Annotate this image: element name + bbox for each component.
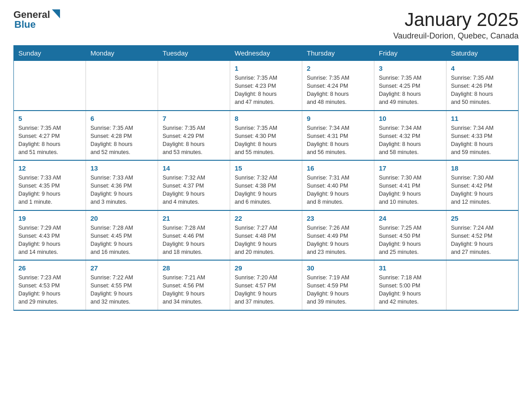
day-number: 19 — [18, 214, 81, 222]
calendar-cell: 22Sunrise: 7:27 AM Sunset: 4:48 PM Dayli… — [230, 210, 302, 261]
day-number: 7 — [163, 115, 225, 122]
day-info: Sunrise: 7:19 AM Sunset: 4:59 PM Dayligh… — [307, 274, 369, 306]
weekday-header: Sunday — [14, 46, 86, 61]
month-title: January 2025 — [393, 9, 519, 30]
day-number: 15 — [235, 164, 297, 172]
day-info: Sunrise: 7:34 AM Sunset: 4:33 PM Dayligh… — [451, 124, 514, 157]
calendar-cell: 7Sunrise: 7:35 AM Sunset: 4:29 PM Daylig… — [158, 111, 230, 161]
day-number: 28 — [163, 264, 225, 272]
day-info: Sunrise: 7:31 AM Sunset: 4:40 PM Dayligh… — [307, 174, 369, 206]
day-number: 20 — [90, 214, 153, 222]
calendar-cell: 13Sunrise: 7:33 AM Sunset: 4:36 PM Dayli… — [86, 160, 158, 210]
day-number: 31 — [379, 264, 442, 272]
day-number: 3 — [379, 64, 442, 72]
calendar-cell: 18Sunrise: 7:30 AM Sunset: 4:42 PM Dayli… — [446, 160, 519, 210]
day-info: Sunrise: 7:26 AM Sunset: 4:49 PM Dayligh… — [307, 224, 369, 257]
day-number: 29 — [235, 264, 297, 272]
title-block: January 2025 Vaudreuil-Dorion, Quebec, C… — [393, 9, 519, 41]
day-info: Sunrise: 7:28 AM Sunset: 4:45 PM Dayligh… — [90, 224, 153, 257]
day-info: Sunrise: 7:33 AM Sunset: 4:35 PM Dayligh… — [18, 174, 81, 206]
calendar-week-row: 5Sunrise: 7:35 AM Sunset: 4:27 PM Daylig… — [14, 111, 519, 161]
logo: General Blue — [13, 9, 60, 30]
day-info: Sunrise: 7:35 AM Sunset: 4:29 PM Dayligh… — [163, 124, 225, 157]
day-number: 8 — [235, 115, 297, 122]
calendar-cell: 11Sunrise: 7:34 AM Sunset: 4:33 PM Dayli… — [446, 111, 519, 161]
day-number: 2 — [307, 64, 369, 72]
calendar-cell — [158, 61, 230, 111]
calendar-cell: 25Sunrise: 7:24 AM Sunset: 4:52 PM Dayli… — [446, 210, 519, 261]
day-info: Sunrise: 7:35 AM Sunset: 4:27 PM Dayligh… — [18, 124, 81, 157]
calendar-cell: 27Sunrise: 7:22 AM Sunset: 4:55 PM Dayli… — [86, 260, 158, 310]
calendar-week-row: 19Sunrise: 7:29 AM Sunset: 4:43 PM Dayli… — [14, 210, 519, 261]
day-info: Sunrise: 7:35 AM Sunset: 4:30 PM Dayligh… — [235, 124, 297, 157]
day-number: 23 — [307, 214, 369, 222]
day-info: Sunrise: 7:33 AM Sunset: 4:36 PM Dayligh… — [90, 174, 153, 206]
weekday-header: Tuesday — [158, 46, 230, 61]
logo-blue-text: Blue — [13, 19, 36, 30]
calendar-cell: 26Sunrise: 7:23 AM Sunset: 4:53 PM Dayli… — [14, 260, 86, 310]
day-info: Sunrise: 7:35 AM Sunset: 4:23 PM Dayligh… — [235, 74, 297, 107]
day-number: 17 — [379, 164, 442, 172]
day-number: 4 — [451, 64, 514, 72]
calendar-cell: 6Sunrise: 7:35 AM Sunset: 4:28 PM Daylig… — [86, 111, 158, 161]
calendar-cell — [446, 260, 519, 310]
calendar-cell: 21Sunrise: 7:28 AM Sunset: 4:46 PM Dayli… — [158, 210, 230, 261]
day-number: 14 — [163, 164, 225, 172]
weekday-header: Monday — [86, 46, 158, 61]
day-info: Sunrise: 7:35 AM Sunset: 4:25 PM Dayligh… — [379, 74, 442, 107]
calendar-cell: 30Sunrise: 7:19 AM Sunset: 4:59 PM Dayli… — [302, 260, 374, 310]
day-number: 27 — [90, 264, 153, 272]
day-number: 16 — [307, 164, 369, 172]
calendar-cell: 10Sunrise: 7:34 AM Sunset: 4:32 PM Dayli… — [374, 111, 446, 161]
calendar-cell: 3Sunrise: 7:35 AM Sunset: 4:25 PM Daylig… — [374, 61, 446, 111]
calendar-cell: 1Sunrise: 7:35 AM Sunset: 4:23 PM Daylig… — [230, 61, 302, 111]
calendar-header: SundayMondayTuesdayWednesdayThursdayFrid… — [14, 46, 519, 61]
day-info: Sunrise: 7:22 AM Sunset: 4:55 PM Dayligh… — [90, 274, 153, 306]
day-info: Sunrise: 7:34 AM Sunset: 4:31 PM Dayligh… — [307, 124, 369, 157]
day-info: Sunrise: 7:29 AM Sunset: 4:43 PM Dayligh… — [18, 224, 81, 257]
calendar-cell: 28Sunrise: 7:21 AM Sunset: 4:56 PM Dayli… — [158, 260, 230, 310]
day-info: Sunrise: 7:35 AM Sunset: 4:24 PM Dayligh… — [307, 74, 369, 107]
weekday-header: Thursday — [302, 46, 374, 61]
day-info: Sunrise: 7:35 AM Sunset: 4:28 PM Dayligh… — [90, 124, 153, 157]
day-info: Sunrise: 7:34 AM Sunset: 4:32 PM Dayligh… — [379, 124, 442, 157]
calendar-cell: 14Sunrise: 7:32 AM Sunset: 4:37 PM Dayli… — [158, 160, 230, 210]
day-number: 21 — [163, 214, 225, 222]
calendar-cell: 2Sunrise: 7:35 AM Sunset: 4:24 PM Daylig… — [302, 61, 374, 111]
calendar-cell: 23Sunrise: 7:26 AM Sunset: 4:49 PM Dayli… — [302, 210, 374, 261]
day-number: 26 — [18, 264, 81, 272]
weekday-header: Wednesday — [230, 46, 302, 61]
calendar-cell: 9Sunrise: 7:34 AM Sunset: 4:31 PM Daylig… — [302, 111, 374, 161]
calendar-cell — [86, 61, 158, 111]
location-title: Vaudreuil-Dorion, Quebec, Canada — [393, 31, 519, 41]
calendar-cell: 5Sunrise: 7:35 AM Sunset: 4:27 PM Daylig… — [14, 111, 86, 161]
day-info: Sunrise: 7:20 AM Sunset: 4:57 PM Dayligh… — [235, 274, 297, 306]
day-number: 10 — [379, 115, 442, 122]
calendar-cell: 31Sunrise: 7:18 AM Sunset: 5:00 PM Dayli… — [374, 260, 446, 310]
day-info: Sunrise: 7:30 AM Sunset: 4:42 PM Dayligh… — [451, 174, 514, 206]
page-header: General Blue January 2025 Vaudreuil-Dori… — [13, 9, 519, 41]
calendar-cell: 4Sunrise: 7:35 AM Sunset: 4:26 PM Daylig… — [446, 61, 519, 111]
weekday-header: Friday — [374, 46, 446, 61]
day-number: 24 — [379, 214, 442, 222]
calendar-cell: 8Sunrise: 7:35 AM Sunset: 4:30 PM Daylig… — [230, 111, 302, 161]
calendar-cell: 24Sunrise: 7:25 AM Sunset: 4:50 PM Dayli… — [374, 210, 446, 261]
weekday-header: Saturday — [446, 46, 519, 61]
calendar-cell — [14, 61, 86, 111]
day-number: 25 — [451, 214, 514, 222]
day-number: 13 — [90, 164, 153, 172]
calendar-week-row: 26Sunrise: 7:23 AM Sunset: 4:53 PM Dayli… — [14, 260, 519, 310]
day-info: Sunrise: 7:21 AM Sunset: 4:56 PM Dayligh… — [163, 274, 225, 306]
day-number: 22 — [235, 214, 297, 222]
calendar-cell: 19Sunrise: 7:29 AM Sunset: 4:43 PM Dayli… — [14, 210, 86, 261]
day-number: 11 — [451, 115, 514, 122]
calendar-week-row: 12Sunrise: 7:33 AM Sunset: 4:35 PM Dayli… — [14, 160, 519, 210]
day-info: Sunrise: 7:24 AM Sunset: 4:52 PM Dayligh… — [451, 224, 514, 257]
day-info: Sunrise: 7:35 AM Sunset: 4:26 PM Dayligh… — [451, 74, 514, 107]
calendar-cell: 20Sunrise: 7:28 AM Sunset: 4:45 PM Dayli… — [86, 210, 158, 261]
logo-triangle-icon — [52, 9, 60, 20]
calendar-cell: 16Sunrise: 7:31 AM Sunset: 4:40 PM Dayli… — [302, 160, 374, 210]
calendar-body: 1Sunrise: 7:35 AM Sunset: 4:23 PM Daylig… — [14, 61, 519, 310]
calendar-cell: 29Sunrise: 7:20 AM Sunset: 4:57 PM Dayli… — [230, 260, 302, 310]
day-number: 18 — [451, 164, 514, 172]
